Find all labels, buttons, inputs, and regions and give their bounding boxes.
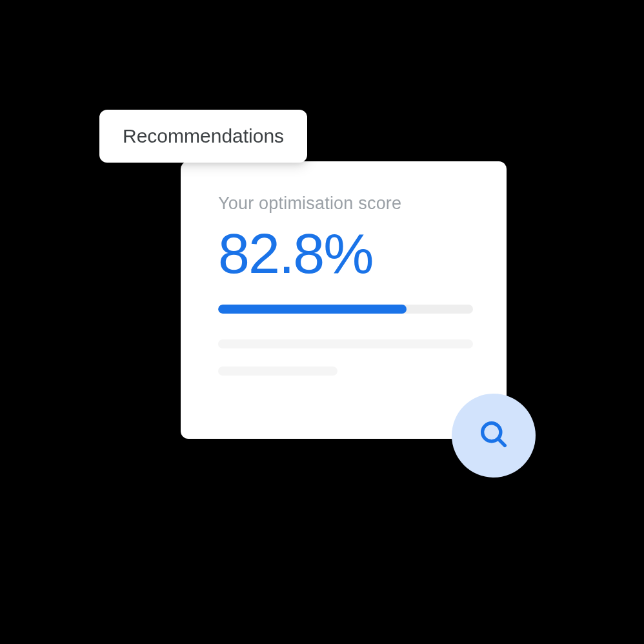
recommendations-chip[interactable]: Recommendations xyxy=(99,110,307,163)
optimisation-score-card: Your optimisation score 82.8% xyxy=(181,161,507,439)
placeholder-line xyxy=(218,367,337,376)
svg-line-1 xyxy=(498,439,505,445)
recommendations-label: Recommendations xyxy=(123,125,284,146)
search-button[interactable] xyxy=(452,394,536,478)
progress-fill xyxy=(218,305,407,314)
search-icon xyxy=(477,418,510,454)
score-subtitle: Your optimisation score xyxy=(218,194,481,214)
progress-bar xyxy=(218,305,473,314)
score-value: 82.8% xyxy=(218,225,481,282)
placeholder-line xyxy=(218,339,473,348)
